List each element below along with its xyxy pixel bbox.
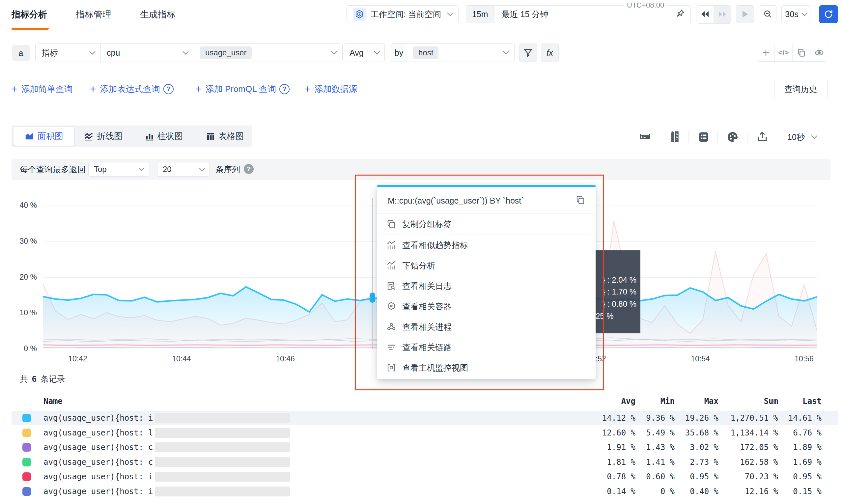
timezone-label: UTC+08:00 bbox=[624, 1, 667, 10]
add-promql-query-link[interactable]: + 添加 PromQL 查询 ? bbox=[195, 82, 290, 95]
toolbar-separator bbox=[688, 131, 689, 143]
help-icon[interactable]: ? bbox=[163, 84, 174, 94]
shift-back-button[interactable] bbox=[696, 5, 714, 23]
records-summary: 共 6 条记录 bbox=[20, 374, 65, 384]
fx-button[interactable]: fx bbox=[541, 43, 559, 62]
table-row[interactable]: avg(usage_user){host: i14.12 %9.36 %19.2… bbox=[12, 411, 838, 425]
series-name: avg(usage_user){host: i bbox=[43, 411, 153, 425]
query-metric-select[interactable]: cpu bbox=[101, 43, 194, 62]
records-prefix: 共 bbox=[20, 374, 28, 384]
time-shortcut-badge[interactable]: 15m bbox=[466, 5, 495, 23]
add-query-button[interactable] bbox=[757, 44, 774, 61]
series-color-swatch[interactable] bbox=[22, 487, 31, 496]
stat-value: 0.15 % bbox=[736, 484, 822, 499]
query-history-button[interactable]: 查询历史 bbox=[774, 80, 827, 98]
table-row[interactable]: avg(usage_user){host: c1.81 %1.41 %2.73 … bbox=[12, 455, 838, 469]
table-row[interactable]: avg(usage_user){host: i0.14 %0 %0.40 %12… bbox=[12, 484, 838, 499]
series-color-swatch[interactable] bbox=[22, 472, 31, 481]
query-groupby-select[interactable]: host bbox=[407, 43, 515, 62]
tab-line-chart[interactable]: 折线图 bbox=[78, 127, 128, 146]
chevron-down-icon bbox=[182, 49, 189, 54]
chevron-down-icon bbox=[802, 10, 807, 16]
tab-metric-management[interactable]: 指标管理 bbox=[76, 8, 111, 20]
query-namespace-select[interactable]: 指标 bbox=[35, 43, 101, 62]
redacted-hostname bbox=[155, 457, 290, 467]
toggle-visibility-button[interactable] bbox=[810, 44, 828, 61]
annotation-tool-button[interactable] bbox=[669, 131, 681, 144]
table-row[interactable]: avg(usage_user){host: i0.78 %0.60 %0.95 … bbox=[12, 469, 838, 484]
field-tag[interactable]: usage_user bbox=[200, 47, 252, 59]
limit-top-select[interactable]: Top bbox=[88, 162, 149, 177]
refresh-button[interactable] bbox=[819, 5, 838, 23]
ruler-toggle-button[interactable] bbox=[639, 130, 651, 144]
shift-forward-button[interactable] bbox=[714, 5, 731, 23]
time-range-label: 最近 15 分钟 bbox=[495, 9, 549, 20]
plus-icon: + bbox=[11, 84, 17, 94]
group-tag[interactable]: host bbox=[413, 47, 438, 59]
limit-count-select[interactable]: 20 bbox=[157, 162, 210, 177]
chevron-down-icon bbox=[89, 49, 95, 54]
metric-analysis-page: 指标分析 指标管理 生成指标 工作空间: 当前空间 15m 最近 15 分钟 U… bbox=[0, 0, 842, 504]
palette-button[interactable] bbox=[727, 131, 738, 144]
export-button[interactable] bbox=[756, 131, 768, 144]
add-datasource-link[interactable]: + 添加数据源 bbox=[304, 82, 357, 95]
table-row[interactable]: avg(usage_user){host: c1.91 %1.43 %3.02 … bbox=[12, 440, 838, 455]
tab-bar-chart[interactable]: 柱状图 bbox=[140, 127, 188, 146]
tab-label: 面积图 bbox=[38, 130, 63, 142]
table-row[interactable]: avg(usage_user){host: l12.60 %5.49 %35.6… bbox=[12, 426, 838, 440]
records-suffix: 条记录 bbox=[40, 374, 65, 384]
aggregation-value: Avg bbox=[350, 48, 364, 58]
tab-metric-analysis[interactable]: 指标分析 bbox=[12, 8, 47, 20]
x-axis-tick-label: 10:54 bbox=[682, 355, 718, 363]
chevron-down-icon bbox=[331, 49, 337, 54]
play-button[interactable] bbox=[736, 5, 754, 23]
query-aggregation-select[interactable]: Avg bbox=[344, 43, 385, 62]
y-axis-tick-label: 40 % bbox=[11, 201, 37, 210]
toolbar-separator bbox=[659, 131, 659, 143]
tab-generate-metric[interactable]: 生成指标 bbox=[140, 8, 176, 20]
filter-button[interactable] bbox=[519, 43, 537, 62]
chevron-down-icon bbox=[138, 165, 144, 171]
add-expression-query-link[interactable]: + 添加表达式查询 ? bbox=[90, 82, 174, 95]
duplicate-query-button[interactable] bbox=[792, 44, 810, 61]
legend-table-button[interactable] bbox=[698, 131, 710, 144]
series-color-swatch[interactable] bbox=[22, 443, 31, 452]
toolbar-separator bbox=[717, 131, 718, 143]
redacted-hostname bbox=[155, 413, 290, 423]
select-value: Top bbox=[94, 165, 107, 174]
redacted-hostname bbox=[155, 487, 290, 497]
series-color-swatch[interactable] bbox=[22, 458, 31, 466]
series-color-swatch[interactable] bbox=[22, 429, 31, 437]
help-icon[interactable]: ? bbox=[279, 84, 290, 94]
table-chart-icon bbox=[206, 132, 215, 141]
workspace-hexagon-icon bbox=[353, 7, 366, 21]
tab-area-chart[interactable]: 面积图 bbox=[14, 127, 74, 146]
code-view-button[interactable]: </> bbox=[774, 44, 792, 61]
workspace-selector[interactable]: 工作空间: 当前空间 bbox=[346, 5, 459, 23]
help-icon[interactable]: ? bbox=[244, 164, 254, 174]
redacted-hostname bbox=[155, 428, 290, 438]
series-name: avg(usage_user){host: i bbox=[43, 469, 153, 484]
tab-table-chart[interactable]: 表格图 bbox=[201, 127, 249, 146]
table-header-last[interactable]: Last bbox=[736, 397, 822, 408]
metric-value: cpu bbox=[107, 48, 120, 58]
stat-value: 0.95 % bbox=[736, 469, 822, 484]
zoom-out-button[interactable] bbox=[759, 5, 776, 23]
chevron-down-icon bbox=[447, 10, 453, 16]
table-header-name[interactable]: Name bbox=[43, 397, 62, 408]
chevron-down-icon bbox=[503, 49, 509, 54]
y-axis-tick-label: 30 % bbox=[11, 237, 37, 246]
refresh-interval-select[interactable]: 30s bbox=[782, 5, 810, 23]
query-field-select[interactable]: usage_user bbox=[194, 43, 343, 62]
chevron-down-icon bbox=[199, 165, 205, 171]
x-axis-tick-label: 10:42 bbox=[60, 355, 96, 363]
by-label: by bbox=[395, 48, 403, 58]
redacted-hostname bbox=[155, 472, 290, 482]
link-label: 添加数据源 bbox=[315, 83, 357, 95]
add-simple-query-link[interactable]: + 添加简单查询 bbox=[11, 82, 73, 95]
series-color-swatch[interactable] bbox=[22, 414, 31, 422]
pin-icon[interactable] bbox=[675, 8, 685, 20]
query-letter-badge: a bbox=[12, 45, 30, 61]
chart-interval-select[interactable]: 10秒 bbox=[787, 131, 816, 143]
bar-chart-icon bbox=[145, 132, 154, 141]
